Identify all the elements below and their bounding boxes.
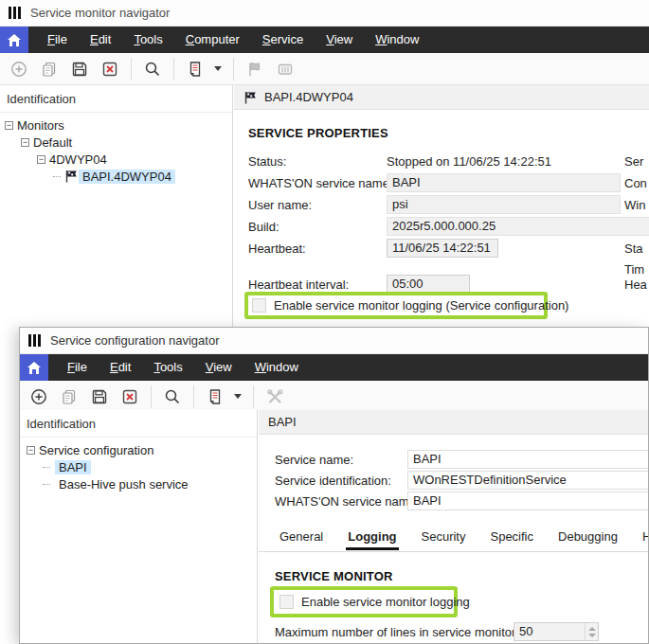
tab-bar: General Logging Security Specific Debugg… bbox=[259, 526, 648, 550]
add-button[interactable] bbox=[26, 384, 52, 410]
spin-up-icon bbox=[588, 627, 596, 631]
service-name-field[interactable]: BAPI bbox=[407, 450, 648, 469]
clipped-label: Win bbox=[624, 198, 645, 212]
detail-header-title: BAPI bbox=[268, 415, 297, 429]
checkbox-label: Enable service monitor logging (Service … bbox=[274, 298, 568, 313]
field-label: Build: bbox=[248, 220, 279, 234]
whatson-service-name-field[interactable]: BAPI bbox=[387, 173, 621, 192]
clipped-label: Ser bbox=[624, 154, 643, 169]
toolbar-divider bbox=[151, 385, 152, 408]
menu-file[interactable]: File bbox=[56, 354, 99, 381]
report-icon bbox=[207, 388, 224, 405]
config-tree: − Service configuration BAPI Base-Hive p… bbox=[20, 438, 257, 492]
tree-item-monitors[interactable]: − Monitors bbox=[0, 116, 232, 134]
user-name-field[interactable]: psi bbox=[387, 195, 621, 214]
save-button[interactable] bbox=[66, 56, 93, 82]
menu-computer[interactable]: Computer bbox=[174, 27, 251, 53]
collapse-icon[interactable]: − bbox=[27, 446, 35, 455]
panel-title: Identification bbox=[0, 85, 232, 112]
collapse-icon[interactable]: − bbox=[37, 155, 45, 164]
report-button[interactable] bbox=[182, 56, 208, 82]
flag-button[interactable] bbox=[242, 56, 268, 82]
menu-edit[interactable]: Edit bbox=[79, 27, 122, 53]
tab-hive[interactable]: Hive bbox=[640, 526, 648, 550]
tree-item-bapi-4dwyp04[interactable]: BAPI.4DWYP04 bbox=[0, 168, 232, 185]
clipped-label: Con bbox=[624, 176, 647, 190]
tab-general[interactable]: General bbox=[278, 526, 325, 550]
spinner-buttons[interactable] bbox=[585, 623, 598, 640]
delete-button[interactable] bbox=[97, 56, 123, 82]
tab-debugging[interactable]: Debugging bbox=[556, 526, 620, 550]
field-label: Heartbeat: bbox=[248, 242, 306, 256]
menu-service[interactable]: Service bbox=[251, 27, 315, 53]
titlebar: Service monitor navigator bbox=[0, 0, 649, 27]
app-logo-icon bbox=[9, 7, 21, 19]
max-lines-spinner[interactable]: 50 bbox=[514, 622, 599, 641]
home-button[interactable] bbox=[0, 27, 28, 53]
home-button[interactable] bbox=[20, 354, 48, 381]
spin-down-icon bbox=[588, 634, 596, 637]
menu-window[interactable]: Window bbox=[243, 354, 310, 381]
archive-icon bbox=[277, 61, 294, 78]
enable-service-monitor-logging-checkbox[interactable] bbox=[252, 298, 266, 313]
checkbox-label: Enable service monitor logging bbox=[301, 595, 470, 609]
menubar: File Edit Tools View Window bbox=[20, 354, 648, 381]
tree-item-4dwyp04[interactable]: − 4DWYP04 bbox=[0, 151, 232, 168]
report-button[interactable] bbox=[202, 384, 228, 410]
tree-connector bbox=[43, 467, 50, 468]
menu-tools[interactable]: Tools bbox=[142, 354, 193, 381]
tab-security[interactable]: Security bbox=[420, 526, 468, 550]
tab-logging[interactable]: Logging bbox=[346, 526, 398, 550]
checkered-flag-icon bbox=[64, 170, 79, 183]
menu-view[interactable]: View bbox=[315, 27, 364, 53]
titlebar: Service configuration navigator bbox=[20, 328, 648, 354]
archive-button[interactable] bbox=[272, 56, 298, 82]
delete-button[interactable] bbox=[117, 384, 143, 410]
menu-file[interactable]: File bbox=[36, 27, 79, 53]
status-value: Stopped on 11/06/25 14:22:51 bbox=[387, 154, 551, 169]
field-label: User name: bbox=[248, 198, 312, 212]
field-label: Maximum number of lines in service monit… bbox=[275, 625, 519, 639]
home-icon bbox=[7, 33, 22, 47]
enable-service-monitor-logging-checkbox[interactable] bbox=[279, 595, 294, 609]
delete-icon bbox=[121, 388, 138, 405]
field-label: Service identification: bbox=[275, 474, 391, 488]
build-field[interactable]: 2025r5.000.000.25 bbox=[387, 217, 649, 236]
add-button[interactable] bbox=[6, 56, 32, 82]
copy-button[interactable] bbox=[56, 384, 82, 410]
tab-specific[interactable]: Specific bbox=[488, 526, 535, 550]
save-button[interactable] bbox=[86, 384, 113, 410]
service-configuration-window: Service configuration navigator File Edi… bbox=[19, 327, 649, 644]
tree-item-default[interactable]: − Default bbox=[0, 134, 232, 151]
clipped-label: Hea bbox=[624, 277, 647, 292]
collapse-icon[interactable]: − bbox=[5, 121, 13, 130]
detail-header-title: BAPI.4DWYP04 bbox=[264, 90, 353, 104]
search-button[interactable] bbox=[139, 56, 166, 82]
heartbeat-field[interactable]: 11/06/25 14:22:51 bbox=[387, 239, 498, 258]
service-identification-field[interactable]: WOnRESTDefinitionService bbox=[407, 471, 648, 490]
heartbeat-interval-field[interactable]: 05:00 bbox=[387, 275, 470, 294]
report-dropdown-button[interactable] bbox=[232, 384, 245, 410]
search-button[interactable] bbox=[159, 384, 186, 410]
tree-item-base-hive-push-service[interactable]: Base-Hive push service bbox=[20, 475, 257, 492]
chevron-down-icon bbox=[214, 66, 222, 71]
whatson-service-name-field[interactable]: BAPI bbox=[407, 492, 648, 510]
add-icon bbox=[30, 388, 47, 405]
tools-button[interactable] bbox=[261, 384, 288, 410]
report-dropdown-button[interactable] bbox=[212, 56, 225, 82]
toolbar bbox=[20, 381, 648, 413]
menu-window[interactable]: Window bbox=[364, 27, 430, 53]
menu-view[interactable]: View bbox=[194, 354, 243, 381]
detail-header: BAPI.4DWYP04 bbox=[234, 85, 649, 110]
collapse-icon[interactable]: − bbox=[21, 138, 29, 147]
tree-item-service-configuration[interactable]: − Service configuration bbox=[20, 441, 257, 458]
checkered-flag-icon bbox=[243, 91, 258, 104]
copy-button[interactable] bbox=[36, 56, 63, 82]
field-label: Heartbeat interval: bbox=[248, 277, 349, 292]
window-title: Service configuration navigator bbox=[50, 333, 220, 348]
tree-item-bapi[interactable]: BAPI bbox=[20, 458, 257, 475]
toolbar-divider bbox=[131, 58, 132, 80]
menu-tools[interactable]: Tools bbox=[122, 27, 173, 53]
home-icon bbox=[27, 361, 42, 375]
menu-edit[interactable]: Edit bbox=[99, 354, 142, 381]
